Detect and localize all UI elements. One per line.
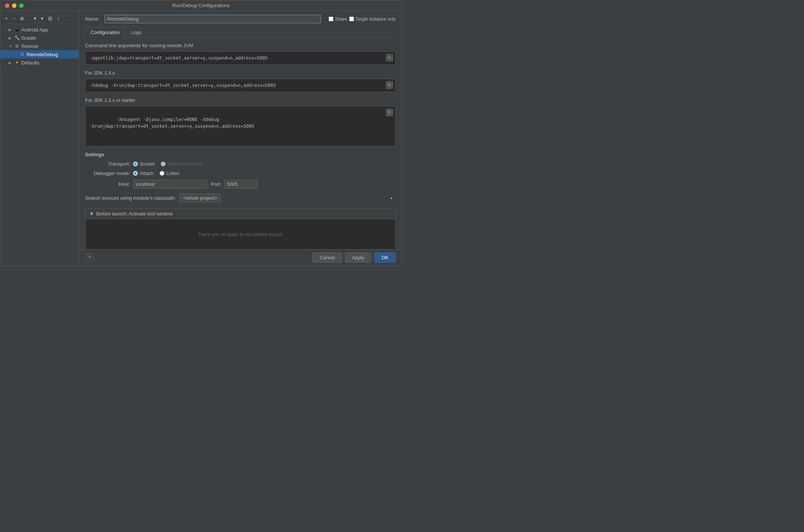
help-button[interactable]: ?: [85, 253, 94, 262]
tab-configuration[interactable]: Configuration: [85, 27, 125, 37]
attach-label: Attach: [140, 170, 154, 176]
group-button[interactable]: ⊞: [46, 15, 54, 22]
share-checkbox-label[interactable]: Share: [329, 16, 347, 22]
close-button[interactable]: [5, 3, 9, 8]
cmd-args-label: Command line arguments for running remot…: [85, 43, 396, 48]
attach-radio[interactable]: [133, 171, 138, 176]
sidebar-item-label: Remote: [21, 43, 39, 49]
sidebar-item-remote-debug[interactable]: ⚙ RemoteDebug: [0, 50, 79, 58]
host-port-row: Host: Port:: [85, 180, 396, 188]
classpath-select-wrapper: <whole project> ▾: [179, 194, 396, 202]
name-label: Name:: [85, 16, 99, 22]
jdk13-value: -Xnoagent -Djava.compiler=NONE -Xdebug -…: [89, 117, 254, 129]
classpath-row: Search sources using module's classpath:…: [85, 194, 396, 202]
classpath-select[interactable]: <whole project>: [179, 194, 221, 202]
transport-row: Transport: Socket Shared memory: [85, 161, 396, 167]
listen-label: Listen: [166, 170, 179, 176]
debugger-mode-row: Debugger mode: Attach Listen: [85, 170, 396, 176]
jdk14-box: -Xdebug -Xrunjdwp:transport=dt_socket,se…: [85, 79, 396, 92]
listen-radio[interactable]: [160, 171, 164, 176]
port-label: Port:: [211, 181, 221, 187]
run-debug-configurations-window: Run/Debug Configurations + − ⊕ ▾ ▾ ⊞ ↕ ▶…: [0, 0, 402, 266]
sort-button[interactable]: ↕: [55, 15, 61, 22]
select-arrow-icon: ▾: [390, 196, 393, 200]
remote-icon: 🖥: [14, 43, 20, 49]
ok-button[interactable]: OK: [374, 253, 396, 263]
transport-label: Transport:: [85, 161, 130, 167]
debugger-mode-radio-group: Attach Listen: [133, 170, 179, 176]
sidebar-item-gradle[interactable]: ▶ 🔧 Gradle: [0, 34, 79, 42]
attach-radio-label[interactable]: Attach: [133, 170, 154, 176]
copy-jdk14-button[interactable]: ⎘: [386, 81, 393, 89]
window-title: Run/Debug Configurations: [172, 3, 230, 8]
sidebar-item-defaults[interactable]: ▶ ✦ Defaults: [0, 58, 79, 67]
cmd-args-box: -agentlib:jdwp=transport=dt_socket,serve…: [85, 51, 396, 65]
android-icon: 📱: [14, 27, 20, 33]
remove-config-button[interactable]: −: [11, 15, 17, 22]
single-instance-label: Single instance only: [356, 16, 396, 22]
cancel-button[interactable]: Cancel: [312, 253, 342, 263]
socket-label: Socket: [140, 161, 155, 167]
copy-cmd-args-button[interactable]: ⎘: [386, 54, 393, 61]
name-input[interactable]: [105, 15, 321, 23]
sidebar: + − ⊕ ▾ ▾ ⊞ ↕ ▶ 📱 Android App ▶ 🔧 Gradle: [0, 11, 79, 266]
share-label: Share: [335, 16, 347, 22]
shared-memory-radio[interactable]: [161, 161, 166, 166]
share-group: Share Single instance only: [329, 16, 396, 22]
host-input[interactable]: [133, 180, 208, 188]
transport-radio-group: Socket Shared memory: [133, 161, 202, 167]
host-label: Host:: [85, 181, 130, 187]
main-panel: Name: Share Single instance only: [79, 11, 402, 249]
before-launch-body: There are no tasks to run before launch: [85, 219, 395, 249]
classpath-label: Search sources using module's classpath:: [85, 195, 176, 201]
socket-radio-label[interactable]: Socket: [133, 161, 155, 167]
shared-memory-radio-label[interactable]: Shared memory: [161, 161, 202, 167]
listen-radio-label[interactable]: Listen: [160, 170, 179, 176]
before-launch-header[interactable]: ▼ Before launch: Activate tool window: [85, 209, 395, 219]
shared-memory-label: Shared memory: [167, 161, 202, 167]
arrow-icon: ▶: [9, 36, 14, 40]
gradle-icon: 🔧: [14, 35, 20, 41]
apply-button[interactable]: Apply: [345, 253, 372, 263]
move-up-button[interactable]: ▾: [32, 15, 38, 22]
single-instance-checkbox[interactable]: [349, 16, 354, 21]
tabs: Configuration Logs: [85, 27, 396, 37]
copy-jdk13-button[interactable]: ⎘: [386, 109, 393, 116]
port-input[interactable]: [224, 180, 258, 188]
settings-grid: Transport: Socket Shared memory: [85, 161, 396, 188]
traffic-lights: [5, 3, 24, 8]
debugger-mode-label: Debugger mode:: [85, 170, 130, 176]
sidebar-item-label: Android App: [21, 27, 48, 33]
sidebar-item-label: Gradle: [21, 35, 36, 41]
jdk13-label: For JDK 1.3.x or earlier: [85, 97, 396, 103]
collapse-icon: ▼: [89, 211, 94, 217]
content-area: + − ⊕ ▾ ▾ ⊞ ↕ ▶ 📱 Android App ▶ 🔧 Gradle: [0, 11, 402, 266]
copy-config-button[interactable]: ⊕: [18, 15, 26, 22]
arrow-icon: ▶: [9, 28, 14, 32]
jdk13-box: -Xnoagent -Djava.compiler=NONE -Xdebug -…: [85, 106, 396, 146]
socket-radio[interactable]: [133, 161, 138, 166]
sidebar-item-android-app[interactable]: ▶ 📱 Android App: [0, 25, 79, 34]
footer: ? Cancel Apply OK: [79, 249, 402, 266]
titlebar: Run/Debug Configurations: [0, 0, 402, 11]
share-checkbox[interactable]: [329, 16, 333, 21]
before-launch-section: ▼ Before launch: Activate tool window Th…: [85, 208, 396, 249]
no-tasks-text: There are no tasks to run before launch: [198, 232, 283, 237]
sidebar-item-label: Defaults: [21, 60, 39, 66]
arrow-icon: ▶: [9, 61, 14, 65]
sidebar-item-label: RemoteDebug: [27, 52, 58, 57]
defaults-icon: ✦: [14, 60, 20, 66]
maximize-button[interactable]: [19, 3, 24, 8]
tab-logs[interactable]: Logs: [125, 27, 147, 37]
config-icon: ⚙: [19, 51, 25, 57]
jdk14-value: -Xdebug -Xrunjdwp:transport=dt_socket,se…: [89, 83, 276, 88]
move-down-button[interactable]: ▾: [39, 15, 45, 22]
add-config-button[interactable]: +: [3, 15, 9, 22]
sidebar-item-remote[interactable]: ▼ 🖥 Remote: [0, 42, 79, 50]
minimize-button[interactable]: [12, 3, 16, 8]
sidebar-toolbar: + − ⊕ ▾ ▾ ⊞ ↕: [0, 13, 79, 24]
before-launch-label: Before launch: Activate tool window: [96, 211, 173, 217]
single-instance-checkbox-label[interactable]: Single instance only: [349, 16, 396, 22]
cmd-args-value: -agentlib:jdwp=transport=dt_socket,serve…: [89, 55, 268, 61]
arrow-icon: ▼: [9, 44, 14, 48]
